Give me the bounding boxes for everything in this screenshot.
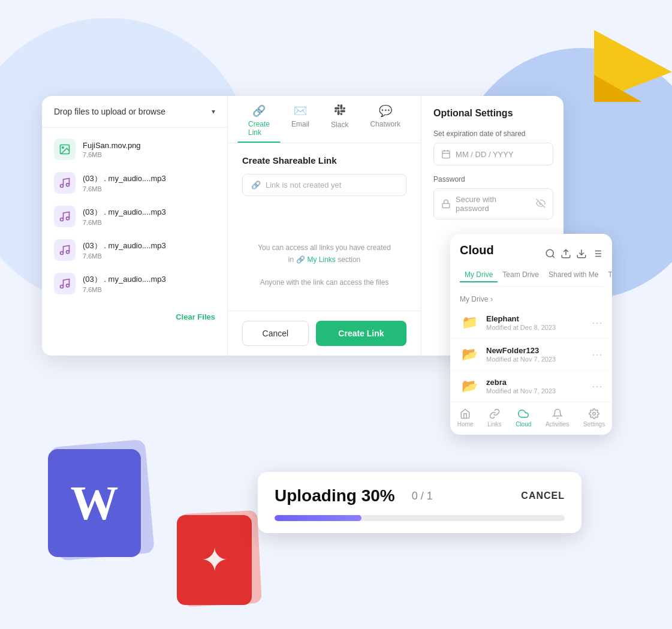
link-preview: 🔗 Link is not created yet — [242, 174, 406, 196]
cloud-app-title: Cloud — [460, 243, 494, 257]
list-icon[interactable] — [592, 248, 602, 259]
password-label: Password — [433, 175, 553, 183]
file-info: FujiSan.mov.png 7.6MB — [83, 141, 215, 158]
svg-point-6 — [61, 252, 64, 255]
nav-settings[interactable]: Settings — [583, 408, 605, 428]
cloud-tab-shared[interactable]: Shared with Me — [544, 268, 603, 282]
file-icon-audio — [54, 239, 76, 261]
file-name: (03） . my_audio....mp3 — [83, 274, 215, 285]
tab-chatwork-label: Chatwork — [370, 120, 400, 128]
cloud-toolbar — [545, 248, 602, 259]
my-links-ref: 🔗 My Links — [296, 254, 336, 266]
svg-point-7 — [67, 251, 70, 254]
file-info: (03） . my_audio....mp3 7.6MB — [83, 173, 215, 192]
cloud-file-name: NewFolder123 — [486, 346, 584, 355]
nav-home-label: Home — [457, 421, 474, 428]
clear-files-button[interactable]: Clear Files — [42, 305, 227, 329]
nav-settings-label: Settings — [583, 421, 605, 428]
svg-point-5 — [67, 217, 70, 220]
cloud-breadcrumb: My Drive › — [450, 291, 612, 307]
more-options-icon[interactable]: ⋯ — [592, 316, 602, 329]
cloud-file-name: zebra — [486, 378, 584, 387]
folder-icon-shared2: 📂 — [460, 377, 479, 396]
pdf-doc-decoration: ✦ — [177, 515, 252, 605]
cloud-app-card: Cloud My Drive Team Drive Shared with Me… — [450, 234, 612, 435]
upload-header: Uploading 30% 0 / 1 CANCEL — [275, 486, 565, 505]
section-label: section — [337, 255, 360, 264]
file-size: 7.6MB — [83, 185, 215, 192]
file-name: (03） . my_audio....mp3 — [83, 207, 215, 218]
file-icon-audio — [54, 206, 76, 227]
search-icon[interactable] — [545, 248, 556, 259]
cloud-tab-trash[interactable]: Trash — [603, 268, 612, 282]
cloud-file-date: Modified at Nov 7, 2023 — [486, 387, 584, 395]
more-options-icon[interactable]: ⋯ — [592, 348, 602, 361]
pdf-doc-card: ✦ — [177, 515, 252, 605]
cloud-tab-mydrive[interactable]: My Drive — [460, 268, 498, 282]
file-panel-header[interactable]: Drop files to upload or browse ▾ — [42, 96, 227, 128]
tab-create-link-label: Create Link — [248, 120, 270, 137]
file-name: (03） . my_audio....mp3 — [83, 240, 215, 251]
cloud-file-name: Elephant — [486, 314, 584, 323]
svg-point-2 — [61, 185, 64, 188]
nav-home[interactable]: Home — [457, 408, 474, 428]
expiration-input[interactable]: MM / DD / YYYY — [433, 143, 553, 165]
file-size: 7.6MB — [83, 286, 215, 293]
progress-bar-fill — [275, 515, 361, 521]
tabs-row: 🔗 Create Link ✉️ Email Slack 💬 Chatwork — [228, 96, 421, 143]
tab-create-link[interactable]: 🔗 Create Link — [237, 96, 281, 143]
svg-point-26 — [593, 413, 596, 416]
create-link-button[interactable]: Create Link — [316, 321, 406, 346]
share-notice-bottom: Anyone with the link can access the file… — [242, 278, 406, 299]
nav-activities[interactable]: Activities — [546, 408, 569, 428]
tab-slack[interactable]: Slack — [320, 96, 359, 143]
breadcrumb-mydrive: My Drive — [460, 295, 488, 303]
eye-off-icon[interactable] — [536, 198, 546, 210]
upload-icon[interactable] — [560, 248, 571, 259]
cloud-bottom-nav: Home Links Cloud Activities Settings — [450, 402, 612, 435]
file-info: (03） . my_audio....mp3 7.6MB — [83, 207, 215, 226]
list-item: (03） . my_audio....mp3 7.6MB — [42, 166, 227, 200]
cancel-button[interactable]: Cancel — [242, 321, 309, 346]
lock-icon — [441, 199, 451, 209]
download-icon[interactable] — [576, 248, 587, 259]
cloud-tab-teamdrive[interactable]: Team Drive — [498, 268, 544, 282]
nav-activities-label: Activities — [546, 421, 569, 428]
chatwork-icon: 💬 — [379, 104, 392, 118]
link-icon: 🔗 — [252, 104, 266, 118]
password-input[interactable]: Secure with password — [433, 188, 553, 219]
file-name: FujiSan.mov.png — [83, 141, 215, 150]
file-info: (03） . my_audio....mp3 7.6MB — [83, 240, 215, 260]
progress-bar-background — [275, 515, 565, 521]
nav-cloud[interactable]: Cloud — [516, 408, 531, 428]
nav-links[interactable]: Links — [487, 408, 501, 428]
nav-cloud-label: Cloud — [516, 421, 531, 428]
cloud-file-item: 📂 NewFolder123 Modified at Nov 7, 2023 ⋯ — [450, 339, 612, 371]
word-letter: W — [71, 476, 119, 531]
chevron-down-icon: ▾ — [212, 107, 215, 116]
svg-point-1 — [62, 147, 64, 149]
file-panel: Drop files to upload or browse ▾ FujiSan… — [42, 96, 228, 356]
upload-cancel-button[interactable]: CANCEL — [521, 490, 565, 501]
share-panel: 🔗 Create Link ✉️ Email Slack 💬 Chatwork — [228, 96, 421, 356]
file-name: (03） . my_audio....mp3 — [83, 173, 215, 184]
share-buttons: Cancel Create Link — [228, 311, 421, 356]
password-placeholder: Secure with password — [456, 195, 531, 213]
nav-links-label: Links — [487, 421, 501, 428]
svg-point-9 — [67, 284, 70, 287]
cloud-file-item: 📂 zebra Modified at Nov 7, 2023 ⋯ — [450, 371, 612, 402]
folder-icon-blue: 📁 — [460, 313, 479, 332]
cloud-file-date: Modified at Dec 8, 2023 — [486, 324, 584, 331]
expiration-placeholder: MM / DD / YYYY — [456, 150, 546, 159]
more-options-icon[interactable]: ⋯ — [592, 380, 602, 393]
folder-icon-shared: 📂 — [460, 345, 479, 364]
cloud-tabs: My Drive Team Drive Shared with Me Trash — [460, 268, 602, 287]
file-size: 7.6MB — [83, 151, 215, 158]
tab-email[interactable]: ✉️ Email — [281, 96, 320, 143]
tab-chatwork[interactable]: 💬 Chatwork — [359, 96, 411, 143]
email-icon: ✉️ — [294, 104, 307, 118]
svg-point-4 — [61, 218, 64, 221]
cloud-file-item: 📁 Elephant Modified at Dec 8, 2023 ⋯ — [450, 307, 612, 339]
word-doc-card: W — [48, 449, 141, 557]
svg-rect-14 — [442, 203, 450, 207]
